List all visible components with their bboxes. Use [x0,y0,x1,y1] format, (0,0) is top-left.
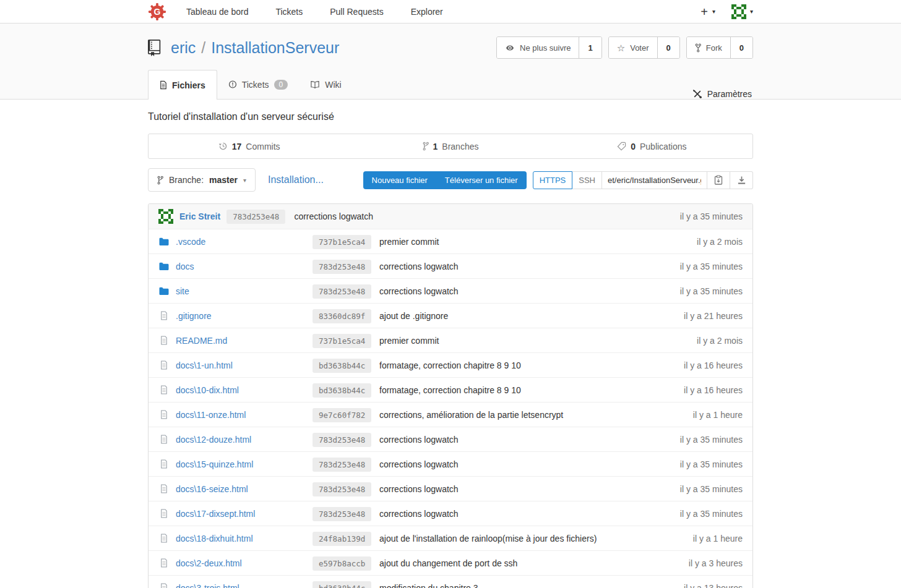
fork-button-group: Fork 0 [686,36,753,59]
table-row: docs\12-douze.html 783d253e48 correction… [149,427,752,451]
commit-message-link[interactable]: corrections logwatch [379,484,459,494]
star-button-group: ☆ Voter 0 [608,36,680,59]
commit-time: il y a 16 heures [684,385,743,395]
star-button[interactable]: ☆ Voter [609,37,657,58]
repo-name-link[interactable]: InstallationServeur [211,39,339,57]
commit-message-link[interactable]: formatage, correction chapitre 8 9 10 [379,360,521,370]
file-link[interactable]: .vscode [176,237,205,247]
releases-stat[interactable]: 0Publications [551,134,752,158]
file-link[interactable]: docs\17-dixsept.html [176,509,255,519]
fork-button[interactable]: Fork [687,37,730,58]
https-protocol-button[interactable]: HTTPS [533,171,573,189]
commit-hash-badge[interactable]: bd3638b44c [313,383,371,398]
table-row: docs\10-dix.html bd3638b44c formatage, c… [149,377,752,402]
file-link[interactable]: docs\16-seize.html [176,484,248,494]
user-menu-dropdown[interactable]: ▾ [731,4,753,19]
commit-message-link[interactable]: formatage, correction chapitre 8 9 10 [379,385,521,395]
file-icon [158,583,169,588]
commit-hash-badge[interactable]: bd3638b44c [313,581,371,588]
new-file-button[interactable]: Nouveau fichier [363,171,436,189]
commit-time: il y a 13 heures [684,583,743,588]
commit-message-link[interactable]: ajout du changement de port de ssh [379,558,517,568]
commit-hash-badge[interactable]: 737b1e5ca4 [313,235,371,249]
commit-author-avatar [158,209,173,224]
commits-stat[interactable]: 17Commits [149,134,350,158]
tab-files[interactable]: Fichiers [148,70,217,100]
latest-commit-row: Eric Streit 783d253e48 corrections logwa… [149,204,752,229]
commit-hash-badge[interactable]: bd3638b44c [313,359,371,373]
file-icon [158,558,169,568]
commit-message-link[interactable]: ajout de l'installation de rainloop(mise… [379,534,597,543]
commit-hash-badge[interactable]: e597b8accb [313,556,371,571]
commit-message-link[interactable]: corrections logwatch [379,435,459,445]
commit-hash-badge[interactable]: 783d253e48 [226,210,285,224]
tab-wiki[interactable]: Wiki [299,70,352,99]
breadcrumb-path-link[interactable]: Installation... [268,174,324,185]
commit-hash-badge[interactable]: 24f8ab139d [313,532,371,546]
chevron-down-icon: ▾ [750,8,753,15]
commit-hash-badge[interactable]: 783d253e48 [313,507,371,521]
clone-url-input[interactable] [602,171,707,189]
commit-hash-badge[interactable]: 783d253e48 [313,433,371,447]
table-row: docs\15-quinze.html 783d253e48 correctio… [149,451,752,476]
file-link[interactable]: docs\11-onze.html [176,410,246,420]
commit-message-link[interactable]: ajout de .gitignore [379,311,448,321]
branches-stat[interactable]: 1Branches [350,134,551,158]
folder-icon [158,237,169,246]
user-avatar [731,4,746,19]
stars-count[interactable]: 0 [657,37,679,58]
file-link[interactable]: docs [176,262,194,271]
file-link[interactable]: docs\10-dix.html [176,385,239,395]
commit-message-link[interactable]: premier commit [379,237,439,247]
create-new-dropdown[interactable]: + ▾ [701,6,715,18]
commit-hash-badge[interactable]: 83360dc89f [313,309,371,323]
commit-message-link[interactable]: modification du chapitre 3 [379,583,478,588]
commit-message-link[interactable]: corrections logwatch [379,459,459,469]
upload-file-button[interactable]: Téléverser un fichier [436,171,527,189]
file-link[interactable]: README.md [176,336,227,346]
table-row: .gitignore 83360dc89f ajout de .gitignor… [149,303,752,328]
copy-clone-url-button[interactable] [707,171,730,189]
repo-owner-link[interactable]: eric [171,39,196,57]
repo-stats-bar: 17Commits 1Branches 0Publications [148,134,753,159]
commit-hash-badge[interactable]: 9e7c60f782 [313,408,371,422]
commit-time: il y a 35 minutes [680,286,743,296]
chevron-down-icon: ▾ [712,8,715,15]
file-link[interactable]: site [176,286,189,296]
file-link[interactable]: docs\15-quinze.html [176,459,253,469]
commit-hash-badge[interactable]: 783d253e48 [313,260,371,274]
file-link[interactable]: docs\18-dixhuit.html [176,534,253,543]
commit-author-link[interactable]: Eric Streit [179,211,220,221]
unwatch-button[interactable]: Ne plus suivre [497,37,579,58]
download-archive-button[interactable] [730,171,753,189]
ssh-protocol-button[interactable]: SSH [572,171,602,189]
commit-message-link[interactable]: corrections logwatch [379,262,459,271]
nav-dashboard-link[interactable]: Tableau de bord [186,7,248,17]
forks-count[interactable]: 0 [730,37,752,58]
branch-selector[interactable]: Branche: master ▾ [148,168,256,192]
commit-hash-badge[interactable]: 783d253e48 [313,458,371,472]
commit-hash-badge[interactable]: 783d253e48 [313,482,371,496]
tab-settings[interactable]: Paramètres [692,89,753,99]
commit-message-link[interactable]: corrections logwatch [294,211,373,221]
nav-pull-requests-link[interactable]: Pull Requests [330,7,383,17]
nav-explore-link[interactable]: Explorer [411,7,443,17]
commit-hash-badge[interactable]: 737b1e5ca4 [313,334,371,348]
tag-icon [617,142,626,151]
watchers-count[interactable]: 1 [579,37,601,58]
file-link[interactable]: .gitignore [176,311,212,321]
gogs-logo-icon[interactable]: G [148,2,166,21]
file-link[interactable]: docs\1-un.html [176,360,233,370]
commit-message-link[interactable]: corrections logwatch [379,509,459,519]
commit-hash-badge[interactable]: 783d253e48 [313,284,371,299]
file-link[interactable]: docs\12-douze.html [176,435,251,445]
commit-message-link[interactable]: corrections, amélioration de la partie l… [379,410,563,420]
commit-message-link[interactable]: corrections logwatch [379,286,459,296]
commit-message-link[interactable]: premier commit [379,336,439,346]
commit-time: il y a 1 heure [693,410,743,420]
eye-icon [505,44,515,52]
tab-issues[interactable]: Tickets 0 [217,70,300,99]
file-link[interactable]: docs\2-deux.html [176,558,242,568]
file-link[interactable]: docs\3-trois.html [176,583,239,588]
nav-issues-link[interactable]: Tickets [275,7,303,17]
